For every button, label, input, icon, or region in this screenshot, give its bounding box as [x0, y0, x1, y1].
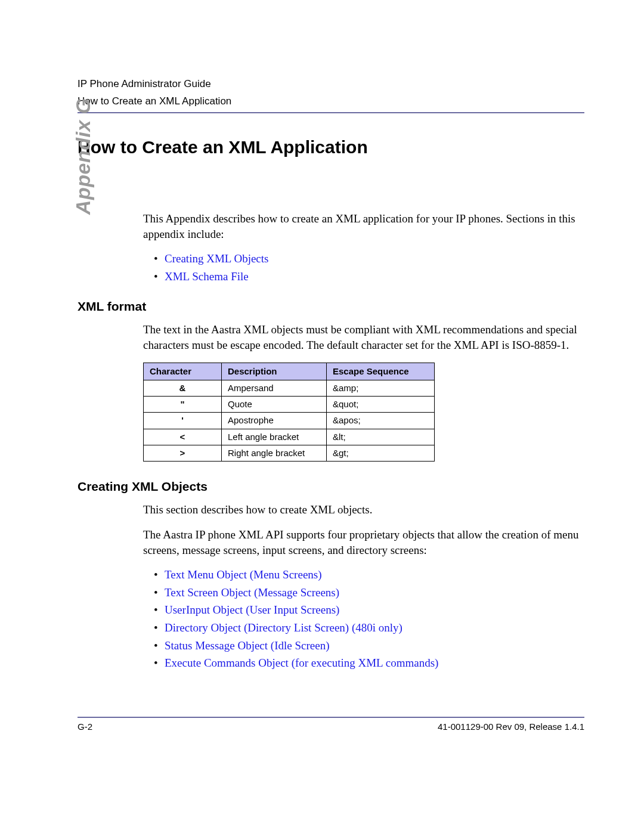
link-status-message-object[interactable]: Status Message Object (Idle Screen) — [165, 639, 329, 652]
table-row: < Left angle bracket &lt; — [144, 429, 435, 445]
cell-esc: &lt; — [327, 429, 435, 445]
table-row: & Ampersand &amp; — [144, 380, 435, 396]
cell-desc: Quote — [222, 397, 327, 413]
section-xml-format-heading: XML format — [78, 299, 584, 314]
footer-release-info: 41-001129-00 Rev 09, Release 1.4.1 — [438, 721, 584, 732]
table-row: ' Apostrophe &apos; — [144, 413, 435, 429]
link-text-menu-object[interactable]: Text Menu Object (Menu Screens) — [165, 568, 322, 581]
running-header-line2: How to Create an XML Application — [78, 95, 584, 109]
escape-sequence-table: Character Description Escape Sequence & … — [143, 363, 435, 462]
cell-char: ' — [144, 413, 222, 429]
header-rule — [78, 112, 584, 113]
table-header-escape: Escape Sequence — [327, 363, 435, 380]
cell-esc: &amp; — [327, 380, 435, 396]
link-text-screen-object[interactable]: Text Screen Object (Message Screens) — [165, 586, 339, 599]
intro-paragraph: This Appendix describes how to create an… — [143, 211, 584, 241]
section-creating-xml-objects-heading: Creating XML Objects — [78, 479, 584, 494]
xml-format-paragraph: The text in the Aastra XML objects must … — [143, 322, 584, 352]
cell-char: & — [144, 380, 222, 396]
table-header-description: Description — [222, 363, 327, 380]
page-footer: G-2 41-001129-00 Rev 09, Release 1.4.1 — [78, 721, 584, 732]
table-row: > Right angle bracket &gt; — [144, 445, 435, 461]
table-row: " Quote &quot; — [144, 397, 435, 413]
intro-link-list: Creating XML Objects XML Schema File — [143, 251, 584, 284]
page-title: How to Create an XML Application — [78, 137, 584, 157]
object-link-list: Text Menu Object (Menu Screens) Text Scr… — [143, 567, 584, 671]
cell-desc: Apostrophe — [222, 413, 327, 429]
creating-objects-para2: The Aastra IP phone XML API supports fou… — [143, 527, 584, 558]
cell-char: > — [144, 445, 222, 461]
cell-desc: Right angle bracket — [222, 445, 327, 461]
cell-esc: &quot; — [327, 397, 435, 413]
cell-desc: Left angle bracket — [222, 429, 327, 445]
link-userinput-object[interactable]: UserInput Object (User Input Screens) — [165, 603, 339, 616]
link-creating-xml-objects[interactable]: Creating XML Objects — [165, 252, 268, 265]
link-xml-schema-file[interactable]: XML Schema File — [165, 270, 249, 283]
footer-rule — [78, 717, 584, 718]
running-header-line1: IP Phone Administrator Guide — [78, 78, 584, 91]
footer-page-number: G-2 — [78, 721, 92, 732]
appendix-label: Appendix G — [72, 98, 95, 215]
cell-char: " — [144, 397, 222, 413]
creating-objects-para1: This section describes how to create XML… — [143, 502, 584, 518]
link-directory-object[interactable]: Directory Object (Directory List Screen)… — [165, 621, 402, 634]
cell-char: < — [144, 429, 222, 445]
cell-esc: &gt; — [327, 445, 435, 461]
table-header-character: Character — [144, 363, 222, 380]
cell-desc: Ampersand — [222, 380, 327, 396]
cell-esc: &apos; — [327, 413, 435, 429]
link-execute-commands-object[interactable]: Execute Commands Object (for executing X… — [165, 657, 438, 669]
